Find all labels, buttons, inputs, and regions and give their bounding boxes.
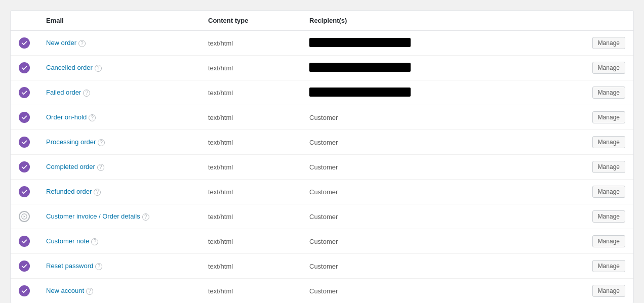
help-icon-customer-invoice: ? [142,213,149,221]
content-type-cell: text/html [200,130,301,155]
email-link-cancelled-order[interactable]: Cancelled order [46,64,93,71]
email-label-cell: Processing order? [38,130,200,155]
manage-button-new-order[interactable]: Manage [592,37,625,49]
table-row: New order?text/htmlManage [11,31,633,56]
status-icon [19,37,30,49]
manage-button-order-on-hold[interactable]: Manage [592,111,625,123]
status-cell [11,105,38,130]
status-icon [19,112,30,123]
action-cell: Manage [583,279,633,304]
status-cell [11,130,38,155]
recipient-cell [301,31,583,56]
status-icon [19,62,30,73]
email-label-cell: Refunded order? [38,180,200,204]
email-label-cell: Customer note? [38,229,200,254]
action-cell: Manage [583,80,633,105]
manage-button-cancelled-order[interactable]: Manage [592,62,625,74]
table-row: Completed order?text/htmlCustomerManage [11,155,633,180]
status-cell [11,204,38,229]
recipient-text: Customer [309,238,338,245]
manage-button-processing-order[interactable]: Manage [592,136,625,148]
redacted-recipient [309,38,411,47]
manage-button-reset-password[interactable]: Manage [592,260,625,272]
manage-button-failed-order[interactable]: Manage [592,86,625,99]
header-action [583,11,633,31]
content-type-cell: text/html [200,229,301,254]
table-row: Processing order?text/htmlCustomerManage [11,130,633,155]
email-link-refunded-order[interactable]: Refunded order [46,188,92,195]
action-cell: Manage [583,254,633,279]
status-cell [11,279,38,304]
status-icon [19,236,30,247]
email-link-order-on-hold[interactable]: Order on-hold [46,113,87,121]
status-cell [11,31,38,56]
action-cell: Manage [583,31,633,56]
recipient-cell: Customer [301,105,583,130]
help-icon-new-account: ? [86,288,93,295]
email-link-customer-note[interactable]: Customer note [46,237,89,245]
recipient-cell: Customer [301,229,583,254]
recipient-text: Customer [309,114,338,121]
help-icon-customer-note: ? [91,238,98,245]
recipient-cell [301,80,583,105]
header-content-type: Content type [200,11,301,31]
recipient-text: Customer [309,213,338,221]
recipient-cell: Customer [301,279,583,304]
manage-button-new-account[interactable]: Manage [592,285,625,297]
table-row: Reset password?text/htmlCustomerManage [11,254,633,279]
redacted-recipient [309,88,411,97]
status-cell [11,56,38,80]
recipient-text: Customer [309,139,338,146]
recipient-text: Customer [309,287,338,295]
email-label-cell: Cancelled order? [38,56,200,80]
help-icon-processing-order: ? [98,139,105,146]
email-link-new-account[interactable]: New account [46,287,84,294]
help-icon-reset-password: ? [95,263,102,270]
recipient-text: Customer [309,163,338,171]
help-icon-completed-order: ? [97,164,104,171]
recipient-cell: Customer [301,254,583,279]
table-row: Order on-hold?text/htmlCustomerManage [11,105,633,130]
email-link-new-order[interactable]: New order [46,39,76,47]
manage-button-customer-invoice[interactable]: Manage [592,210,625,223]
content-type-cell: text/html [200,56,301,80]
email-label-cell: Customer invoice / Order details? [38,204,200,229]
recipient-cell: Customer [301,180,583,204]
status-cell [11,155,38,180]
emails-table: Email Content type Recipient(s) New orde… [11,11,633,303]
email-link-reset-password[interactable]: Reset password [46,262,93,270]
content-type-cell: text/html [200,155,301,180]
content-type-cell: text/html [200,204,301,229]
header-recipients: Recipient(s) [301,11,583,31]
table-row: Failed order?text/htmlManage [11,80,633,105]
action-cell: Manage [583,180,633,204]
action-cell: Manage [583,229,633,254]
table-row: New account?text/htmlCustomerManage [11,279,633,304]
manage-button-completed-order[interactable]: Manage [592,161,625,173]
email-link-customer-invoice[interactable]: Customer invoice / Order details [46,212,140,220]
header-status [11,11,38,31]
status-icon [19,137,30,148]
status-icon [19,211,30,222]
help-icon-order-on-hold: ? [89,114,96,121]
help-icon-cancelled-order: ? [95,65,102,72]
status-cell [11,254,38,279]
email-label-cell: New order? [38,31,200,56]
manage-button-refunded-order[interactable]: Manage [592,186,625,198]
email-label-cell: Completed order? [38,155,200,180]
email-label-cell: Reset password? [38,254,200,279]
content-type-cell: text/html [200,180,301,204]
help-icon-failed-order: ? [83,90,90,97]
content-type-cell: text/html [200,254,301,279]
recipient-text: Customer [309,188,338,196]
email-link-processing-order[interactable]: Processing order [46,138,96,146]
table-row: Cancelled order?text/htmlManage [11,56,633,80]
status-icon [19,161,30,172]
email-link-failed-order[interactable]: Failed order [46,89,81,96]
help-icon-new-order: ? [78,40,86,47]
action-cell: Manage [583,105,633,130]
email-link-completed-order[interactable]: Completed order [46,163,95,170]
header-email: Email [38,11,200,31]
manage-button-customer-note[interactable]: Manage [592,235,625,247]
table-row: Customer note?text/htmlCustomerManage [11,229,633,254]
